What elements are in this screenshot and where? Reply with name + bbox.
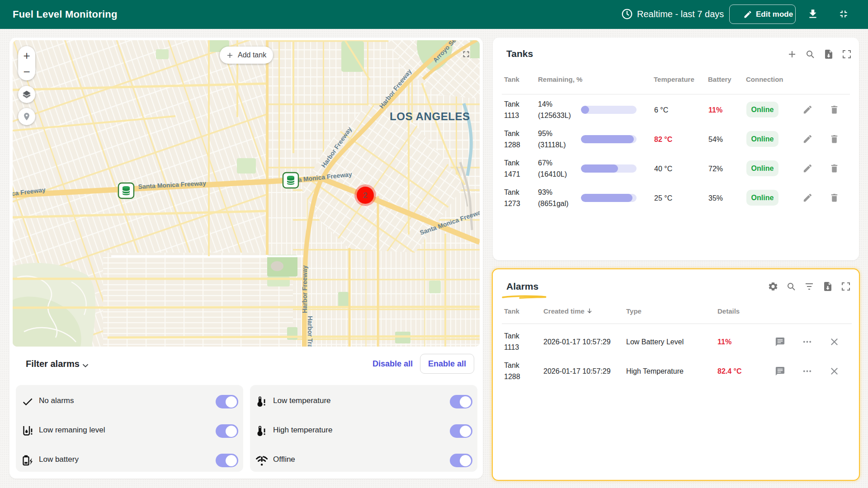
svg-text:2: 2 [363,191,367,200]
svg-text:Harbor Trans: Harbor Trans [307,316,314,347]
svg-text:LOS ANGELES: LOS ANGELES [390,110,470,122]
svg-text:Harbor Freeway: Harbor Freeway [301,265,308,313]
